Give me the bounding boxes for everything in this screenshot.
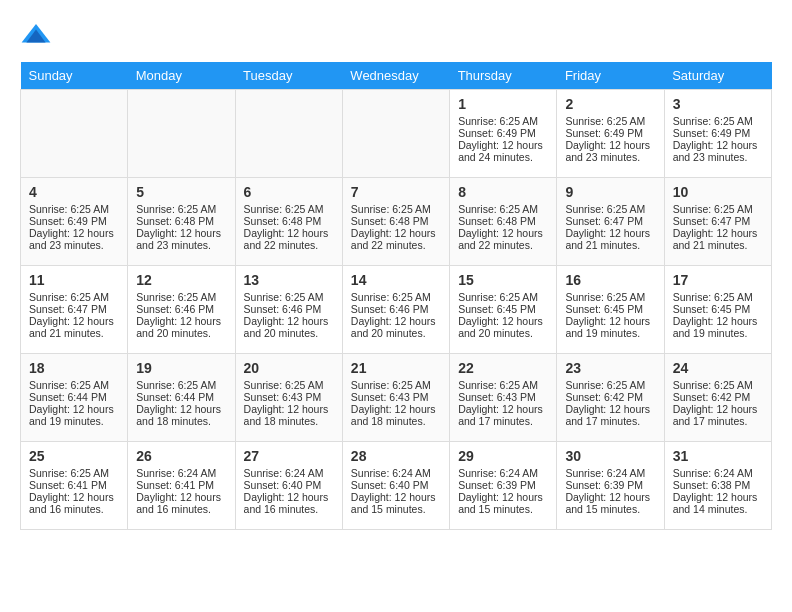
day-number: 26 bbox=[136, 448, 226, 464]
day-info: Daylight: 12 hours bbox=[29, 227, 119, 239]
day-info: and 21 minutes. bbox=[29, 327, 119, 339]
day-info: Daylight: 12 hours bbox=[565, 491, 655, 503]
day-info: and 19 minutes. bbox=[565, 327, 655, 339]
day-info: Sunrise: 6:25 AM bbox=[29, 291, 119, 303]
logo-icon bbox=[20, 20, 52, 52]
day-info: Sunrise: 6:25 AM bbox=[673, 203, 763, 215]
day-info: and 22 minutes. bbox=[244, 239, 334, 251]
day-info: and 14 minutes. bbox=[673, 503, 763, 515]
day-info: Sunrise: 6:24 AM bbox=[136, 467, 226, 479]
day-number: 1 bbox=[458, 96, 548, 112]
day-info: Sunset: 6:45 PM bbox=[565, 303, 655, 315]
calendar-cell: 4Sunrise: 6:25 AMSunset: 6:49 PMDaylight… bbox=[21, 178, 128, 266]
day-info: Daylight: 12 hours bbox=[458, 491, 548, 503]
day-info: Sunset: 6:43 PM bbox=[458, 391, 548, 403]
col-header-tuesday: Tuesday bbox=[235, 62, 342, 90]
day-info: Daylight: 12 hours bbox=[351, 491, 441, 503]
day-info: and 19 minutes. bbox=[673, 327, 763, 339]
day-info: and 16 minutes. bbox=[244, 503, 334, 515]
day-info: Sunrise: 6:25 AM bbox=[29, 203, 119, 215]
day-info: Sunset: 6:43 PM bbox=[244, 391, 334, 403]
day-info: and 20 minutes. bbox=[458, 327, 548, 339]
day-info: Sunrise: 6:25 AM bbox=[244, 291, 334, 303]
day-info: Sunrise: 6:25 AM bbox=[565, 379, 655, 391]
week-row-4: 18Sunrise: 6:25 AMSunset: 6:44 PMDayligh… bbox=[21, 354, 772, 442]
day-info: Daylight: 12 hours bbox=[565, 139, 655, 151]
day-info: Sunset: 6:46 PM bbox=[244, 303, 334, 315]
day-info: Daylight: 12 hours bbox=[458, 227, 548, 239]
day-number: 13 bbox=[244, 272, 334, 288]
day-info: Sunset: 6:42 PM bbox=[565, 391, 655, 403]
day-info: Sunset: 6:46 PM bbox=[351, 303, 441, 315]
day-info: Daylight: 12 hours bbox=[244, 227, 334, 239]
calendar-cell: 18Sunrise: 6:25 AMSunset: 6:44 PMDayligh… bbox=[21, 354, 128, 442]
day-info: Daylight: 12 hours bbox=[351, 227, 441, 239]
calendar-cell: 12Sunrise: 6:25 AMSunset: 6:46 PMDayligh… bbox=[128, 266, 235, 354]
day-info: Daylight: 12 hours bbox=[458, 315, 548, 327]
day-info: Sunset: 6:48 PM bbox=[136, 215, 226, 227]
col-header-saturday: Saturday bbox=[664, 62, 771, 90]
day-number: 6 bbox=[244, 184, 334, 200]
day-info: Sunrise: 6:24 AM bbox=[673, 467, 763, 479]
day-info: and 15 minutes. bbox=[351, 503, 441, 515]
day-info: Daylight: 12 hours bbox=[136, 227, 226, 239]
day-info: and 17 minutes. bbox=[565, 415, 655, 427]
day-info: Sunset: 6:39 PM bbox=[458, 479, 548, 491]
day-info: Sunrise: 6:25 AM bbox=[565, 115, 655, 127]
calendar-cell: 28Sunrise: 6:24 AMSunset: 6:40 PMDayligh… bbox=[342, 442, 449, 530]
calendar-cell: 13Sunrise: 6:25 AMSunset: 6:46 PMDayligh… bbox=[235, 266, 342, 354]
day-info: Sunrise: 6:25 AM bbox=[458, 203, 548, 215]
calendar-cell: 2Sunrise: 6:25 AMSunset: 6:49 PMDaylight… bbox=[557, 90, 664, 178]
day-number: 29 bbox=[458, 448, 548, 464]
day-info: Sunset: 6:48 PM bbox=[244, 215, 334, 227]
day-number: 30 bbox=[565, 448, 655, 464]
day-info: Sunset: 6:44 PM bbox=[136, 391, 226, 403]
day-info: Daylight: 12 hours bbox=[565, 227, 655, 239]
day-number: 4 bbox=[29, 184, 119, 200]
day-info: Sunset: 6:43 PM bbox=[351, 391, 441, 403]
day-info: Daylight: 12 hours bbox=[458, 139, 548, 151]
day-info: Daylight: 12 hours bbox=[565, 403, 655, 415]
calendar-cell: 17Sunrise: 6:25 AMSunset: 6:45 PMDayligh… bbox=[664, 266, 771, 354]
calendar-cell: 11Sunrise: 6:25 AMSunset: 6:47 PMDayligh… bbox=[21, 266, 128, 354]
day-info: Sunset: 6:44 PM bbox=[29, 391, 119, 403]
day-number: 20 bbox=[244, 360, 334, 376]
day-info: and 18 minutes. bbox=[351, 415, 441, 427]
day-info: Sunset: 6:48 PM bbox=[458, 215, 548, 227]
day-info: Sunset: 6:41 PM bbox=[29, 479, 119, 491]
day-info: Sunset: 6:45 PM bbox=[458, 303, 548, 315]
calendar-cell: 31Sunrise: 6:24 AMSunset: 6:38 PMDayligh… bbox=[664, 442, 771, 530]
day-info: Sunrise: 6:24 AM bbox=[458, 467, 548, 479]
day-info: and 23 minutes. bbox=[673, 151, 763, 163]
day-info: and 20 minutes. bbox=[351, 327, 441, 339]
day-info: Sunrise: 6:24 AM bbox=[244, 467, 334, 479]
col-header-sunday: Sunday bbox=[21, 62, 128, 90]
day-info: Sunset: 6:42 PM bbox=[673, 391, 763, 403]
day-info: Sunset: 6:45 PM bbox=[673, 303, 763, 315]
day-info: Sunrise: 6:24 AM bbox=[565, 467, 655, 479]
day-number: 24 bbox=[673, 360, 763, 376]
day-info: Daylight: 12 hours bbox=[244, 315, 334, 327]
day-number: 10 bbox=[673, 184, 763, 200]
calendar-cell: 8Sunrise: 6:25 AMSunset: 6:48 PMDaylight… bbox=[450, 178, 557, 266]
day-info: and 21 minutes. bbox=[673, 239, 763, 251]
day-number: 25 bbox=[29, 448, 119, 464]
day-info: and 15 minutes. bbox=[565, 503, 655, 515]
day-info: Sunrise: 6:25 AM bbox=[136, 203, 226, 215]
day-info: Sunset: 6:38 PM bbox=[673, 479, 763, 491]
calendar-cell: 22Sunrise: 6:25 AMSunset: 6:43 PMDayligh… bbox=[450, 354, 557, 442]
calendar-cell: 10Sunrise: 6:25 AMSunset: 6:47 PMDayligh… bbox=[664, 178, 771, 266]
day-info: and 23 minutes. bbox=[565, 151, 655, 163]
day-number: 9 bbox=[565, 184, 655, 200]
day-info: Daylight: 12 hours bbox=[136, 315, 226, 327]
day-info: and 17 minutes. bbox=[673, 415, 763, 427]
day-info: Sunset: 6:39 PM bbox=[565, 479, 655, 491]
day-number: 17 bbox=[673, 272, 763, 288]
calendar-cell: 25Sunrise: 6:25 AMSunset: 6:41 PMDayligh… bbox=[21, 442, 128, 530]
day-info: Daylight: 12 hours bbox=[351, 403, 441, 415]
day-info: and 20 minutes. bbox=[136, 327, 226, 339]
day-info: Sunset: 6:47 PM bbox=[673, 215, 763, 227]
week-row-2: 4Sunrise: 6:25 AMSunset: 6:49 PMDaylight… bbox=[21, 178, 772, 266]
day-info: Sunset: 6:49 PM bbox=[29, 215, 119, 227]
day-info: Sunset: 6:49 PM bbox=[565, 127, 655, 139]
